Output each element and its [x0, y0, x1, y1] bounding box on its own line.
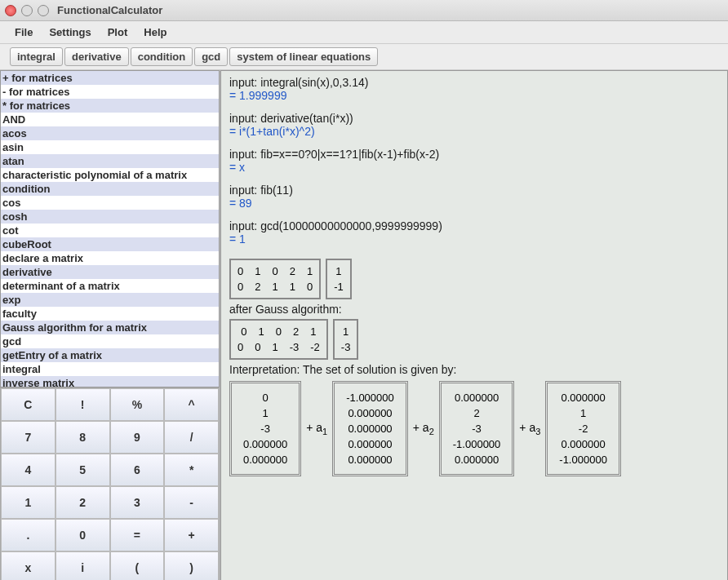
list-item[interactable]: gcd — [1, 334, 219, 348]
matrix-cell: 1 — [288, 279, 297, 294]
list-item[interactable]: integral — [1, 362, 219, 376]
list-item[interactable]: cosh — [1, 210, 219, 224]
keypad-key[interactable]: ) — [164, 551, 219, 580]
menu-help[interactable]: Help — [135, 24, 175, 40]
menu-file[interactable]: File — [7, 24, 41, 40]
list-item[interactable]: cos — [1, 196, 219, 210]
keypad-key[interactable]: / — [164, 421, 219, 454]
keypad-key[interactable]: 6 — [110, 454, 165, 486]
keypad-key[interactable]: C — [1, 388, 55, 421]
coef-a3: + a3 — [519, 421, 540, 436]
list-item[interactable]: faculty — [1, 307, 219, 321]
matrix-cell: -3 — [288, 339, 301, 355]
history-result: = x — [229, 161, 719, 174]
solution-vector-1: -1.0000000.0000000.0000000.0000000.00000… — [332, 381, 408, 476]
matrix-cell: 0 — [305, 279, 314, 294]
keypad-key[interactable]: . — [1, 519, 55, 551]
list-item[interactable]: condition — [1, 182, 219, 196]
minimize-icon[interactable] — [21, 5, 33, 16]
keypad-key[interactable]: 1 — [1, 486, 55, 519]
list-item[interactable]: atan — [1, 154, 219, 168]
matrix-cell: 0 — [236, 339, 245, 355]
matrix-cell: 1 — [305, 263, 314, 279]
menu-plot[interactable]: Plot — [100, 24, 136, 40]
list-item[interactable]: - for matrices — [1, 85, 219, 99]
list-item[interactable]: cubeRoot — [1, 237, 219, 251]
list-item[interactable]: cot — [1, 224, 219, 237]
list-item[interactable]: characteristic polynomial of a matrix — [1, 168, 219, 182]
list-item[interactable]: asin — [1, 140, 219, 154]
keypad-key[interactable]: 8 — [55, 421, 110, 454]
solution-vector-3: 0.0000001-20.000000-1.000000 — [545, 381, 621, 476]
matrix-cell: 1 — [341, 324, 350, 339]
keypad-key[interactable]: = — [110, 519, 165, 551]
output-panel[interactable]: input: integral(sin(x),0,3.14)= 1.999999… — [220, 70, 728, 580]
keypad-key[interactable]: 3 — [110, 486, 165, 519]
keypad-key[interactable]: 9 — [110, 421, 165, 454]
solution-vector-2: 0.0000002-3-1.0000000.000000 — [439, 381, 515, 476]
list-item[interactable]: exp — [1, 293, 219, 307]
keypad-key[interactable]: 2 — [55, 486, 110, 519]
keypad-key[interactable]: x — [1, 551, 55, 580]
list-item[interactable]: * for matrices — [1, 99, 219, 113]
window-title: FunctionalCalculator — [57, 4, 162, 16]
matrix-cell: 0 — [239, 324, 248, 339]
input-matrix: 0102102110 1-1 — [229, 259, 352, 299]
matrix-cell: 1 — [579, 405, 588, 421]
list-item[interactable]: determinant of a matrix — [1, 279, 219, 293]
history-result: = 1 — [229, 232, 719, 246]
tool-integral[interactable]: integral — [10, 47, 63, 66]
window-controls — [5, 5, 49, 16]
keypad-key[interactable]: ^ — [164, 388, 219, 421]
keypad-key[interactable]: 5 — [55, 454, 110, 486]
tool-linear-system[interactable]: system of linear equations — [229, 47, 378, 66]
list-item[interactable]: AND — [1, 113, 219, 126]
history-input: input: derivative(tan(i*x)) — [229, 112, 719, 125]
matrix-cell: 0 — [274, 324, 283, 339]
keypad-key[interactable]: ( — [110, 551, 165, 580]
matrix-cell: 0 — [236, 263, 245, 279]
list-item[interactable]: getEntry of a matrix — [1, 348, 219, 362]
toolbar: integral derivative condition gcd system… — [0, 44, 728, 70]
close-icon[interactable] — [5, 5, 16, 16]
maximize-icon[interactable] — [38, 5, 49, 16]
keypad-key[interactable]: i — [55, 551, 110, 580]
list-item[interactable]: Gauss algorithm for a matrix — [1, 321, 219, 334]
keypad-key[interactable]: 4 — [1, 454, 55, 486]
list-item[interactable]: + for matrices — [1, 71, 219, 85]
history-result: = 1.999999 — [229, 89, 719, 102]
solution-vector-0: 01-30.0000000.000000 — [229, 381, 301, 476]
keypad: C!%^789/456*123-.0=+xi() — [0, 387, 220, 580]
matrix-cell: 1 — [334, 263, 343, 279]
keypad-key[interactable]: % — [110, 388, 165, 421]
matrix-cell: 0 — [253, 339, 262, 355]
matrix-cell: 0.000000 — [453, 452, 500, 467]
menubar: File Settings Plot Help — [0, 21, 728, 44]
matrix-cell: -1 — [332, 279, 345, 294]
matrix-cell: -2 — [577, 421, 590, 436]
interpretation-label: Interpretation: The set of solution is g… — [229, 363, 719, 376]
solution-row: 01-30.0000000.000000 + a1 -1.0000000.000… — [229, 381, 719, 476]
list-item[interactable]: acos — [1, 126, 219, 140]
keypad-key[interactable]: 7 — [1, 421, 55, 454]
list-item[interactable]: inverse matrix — [1, 376, 219, 387]
history-input: input: gcd(10000000000000,9999999999) — [229, 219, 719, 232]
list-item[interactable]: declare a matrix — [1, 251, 219, 265]
keypad-key[interactable]: ! — [55, 388, 110, 421]
function-list[interactable]: + for matrices- for matrices* for matric… — [0, 70, 220, 387]
matrix-cell: 0.000000 — [242, 452, 289, 467]
matrix-cell: 0.000000 — [559, 390, 606, 405]
titlebar: FunctionalCalculator — [0, 0, 728, 21]
keypad-key[interactable]: 0 — [55, 519, 110, 551]
keypad-key[interactable]: + — [164, 519, 219, 551]
tool-gcd[interactable]: gcd — [194, 47, 228, 66]
tool-condition[interactable]: condition — [131, 47, 193, 66]
gauss-label: after Gauss algorithm: — [229, 303, 719, 316]
matrix-cell: -3 — [470, 421, 483, 436]
menu-settings[interactable]: Settings — [41, 24, 99, 40]
history-input: input: fib=x==0?0|x==1?1|fib(x-1)+fib(x-… — [229, 148, 719, 161]
keypad-key[interactable]: * — [164, 454, 219, 486]
tool-derivative[interactable]: derivative — [64, 47, 129, 66]
keypad-key[interactable]: - — [164, 486, 219, 519]
list-item[interactable]: derivative — [1, 265, 219, 279]
